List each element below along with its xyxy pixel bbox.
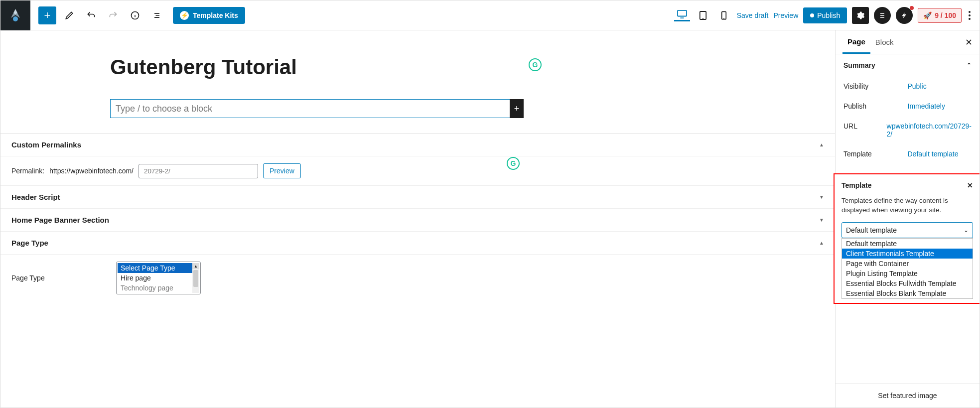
template-kits-button[interactable]: ⚡ Template Kits <box>173 7 245 24</box>
settings-sidebar: Page Block ✕ Summary ⌃ Visibility Public… <box>835 30 980 408</box>
template-selected-value: Default template <box>846 226 897 234</box>
chevron-up-icon: ⌃ <box>967 62 972 69</box>
permalink-input[interactable] <box>139 164 258 178</box>
custom-permalinks-head[interactable]: Custom Permalinks ▲ <box>0 134 835 156</box>
template-value[interactable]: Default template <box>908 150 972 158</box>
tablet-view-icon[interactable] <box>695 9 711 21</box>
tab-page[interactable]: Page <box>842 30 870 54</box>
redo-button[interactable] <box>104 6 122 24</box>
toolbar-left: + ⚡ Template Kits <box>30 6 245 24</box>
banner-section-label: Home Page Banner Section <box>11 216 109 224</box>
template-popover-title: Template <box>841 181 871 189</box>
block-placeholder: Type / to choose a block <box>116 104 212 114</box>
scrollbar[interactable]: ▲ <box>192 263 199 293</box>
page-type-head[interactable]: Page Type ▲ <box>0 232 835 255</box>
page-type-option[interactable]: Select Page Type <box>118 263 192 273</box>
header-script-head[interactable]: Header Script ▼ <box>0 186 835 209</box>
block-input[interactable]: Type / to choose a block + <box>110 99 524 118</box>
template-option[interactable]: Page with Container <box>842 259 973 269</box>
chevron-down-icon: ⌄ <box>964 227 969 234</box>
template-option[interactable]: Essential Blocks Blank Template <box>842 288 973 298</box>
publish-row[interactable]: Publish Immediately <box>836 96 980 116</box>
meta-panels: Custom Permalinks ▲ Permalink: https://w… <box>0 133 835 301</box>
expand-icon: ▼ <box>819 194 824 200</box>
template-option[interactable]: Client Testimonials Template <box>842 249 973 259</box>
close-sidebar-button[interactable]: ✕ <box>965 37 973 48</box>
header-script-label: Header Script <box>11 193 60 201</box>
publish-dot-icon <box>810 13 814 17</box>
collapse-icon: ▲ <box>819 142 824 147</box>
permalink-label: Permalink: <box>11 167 44 175</box>
lightning-icon: ⚡ <box>180 11 189 20</box>
template-option[interactable]: Essential Blocks Fullwidth Template <box>842 278 973 288</box>
publish-value[interactable]: Immediately <box>908 102 972 110</box>
plugin-icon[interactable] <box>896 7 913 24</box>
publish-label: Publish <box>843 102 908 110</box>
custom-permalinks-label: Custom Permalinks <box>11 140 81 149</box>
visibility-label: Visibility <box>843 82 908 90</box>
url-row[interactable]: URL wpwebinfotech.com/20729-2/ <box>836 116 980 144</box>
mobile-view-icon[interactable] <box>716 9 732 21</box>
permalink-row: Permalink: https://wpwebinfotech.com/ Pr… <box>0 156 835 186</box>
tab-block[interactable]: Block <box>870 30 899 54</box>
main-editor: Gutenberg Tutorial Type / to choose a bl… <box>0 30 835 408</box>
grammarly-icon[interactable]: G <box>507 157 520 170</box>
permalink-base: https://wpwebinfotech.com/ <box>49 167 134 175</box>
svg-point-0 <box>13 16 18 21</box>
template-select[interactable]: Default template ⌄ <box>841 222 973 238</box>
url-label: URL <box>843 122 887 138</box>
template-option[interactable]: Plugin Listing Template <box>842 269 973 278</box>
url-value[interactable]: wpwebinfotech.com/20729-2/ <box>887 122 972 138</box>
page-type-row: Page Type Select Page Type Hire page Tec… <box>0 255 835 301</box>
template-popover-desc: Templates define the way content is disp… <box>841 196 973 215</box>
template-row[interactable]: Template Default template <box>836 144 980 164</box>
publish-button[interactable]: Publish <box>803 7 847 23</box>
outline-button[interactable] <box>148 6 166 24</box>
scroll-thumb[interactable] <box>193 270 198 287</box>
seo-score-value: 9 / 100 <box>935 11 956 19</box>
summary-label: Summary <box>843 61 875 69</box>
permalink-preview-button[interactable]: Preview <box>263 163 301 178</box>
save-draft-button[interactable]: Save draft <box>737 11 769 19</box>
seo-score-badge[interactable]: 🚀 9 / 100 <box>918 8 962 23</box>
more-options-button[interactable] <box>967 9 973 22</box>
wp-logo[interactable] <box>0 0 30 30</box>
collapse-icon: ▲ <box>819 240 824 246</box>
page-type-option[interactable]: Technology page <box>118 283 192 293</box>
rocket-icon: 🚀 <box>923 11 932 19</box>
desktop-view-icon[interactable] <box>674 9 690 21</box>
settings-icon[interactable] <box>852 7 869 24</box>
toolbar-right: Save draft Preview Publish 🚀 9 / 100 <box>674 7 980 24</box>
grammarly-icon[interactable]: G <box>529 58 542 71</box>
info-button[interactable] <box>126 6 144 24</box>
page-type-label: Page Type <box>11 274 111 282</box>
preview-button[interactable]: Preview <box>773 11 798 19</box>
template-popover: Template ✕ Templates define the way cont… <box>834 173 980 304</box>
add-block-button[interactable]: + <box>38 6 56 24</box>
page-type-head-label: Page Type <box>11 239 48 247</box>
edit-mode-button[interactable] <box>60 6 78 24</box>
close-popover-button[interactable]: ✕ <box>967 181 973 189</box>
svg-rect-2 <box>678 10 687 16</box>
page-type-option[interactable]: Hire page <box>118 273 192 283</box>
inline-add-block-button[interactable]: + <box>510 99 524 118</box>
page-type-select[interactable]: Select Page Type Hire page Technology pa… <box>116 262 201 294</box>
essential-blocks-icon[interactable] <box>874 7 891 24</box>
scroll-up-icon[interactable]: ▲ <box>192 263 199 269</box>
sidebar-tabs: Page Block ✕ <box>836 30 980 54</box>
page-title[interactable]: Gutenberg Tutorial <box>110 55 524 79</box>
top-toolbar: + ⚡ Template Kits <box>0 0 980 30</box>
template-kits-label: Template Kits <box>193 11 238 19</box>
summary-head[interactable]: Summary ⌃ <box>836 54 980 76</box>
template-option[interactable]: Default template <box>842 239 973 249</box>
expand-icon: ▼ <box>819 217 824 223</box>
notification-dot <box>910 6 914 10</box>
set-featured-image-button[interactable]: Set featured image <box>836 383 980 408</box>
template-options-list: Default templateClient Testimonials Temp… <box>841 238 973 299</box>
undo-button[interactable] <box>82 6 100 24</box>
visibility-value[interactable]: Public <box>908 82 972 90</box>
banner-section-head[interactable]: Home Page Banner Section ▼ <box>0 209 835 232</box>
visibility-row[interactable]: Visibility Public <box>836 76 980 96</box>
publish-label: Publish <box>817 11 840 19</box>
template-label: Template <box>843 150 908 158</box>
